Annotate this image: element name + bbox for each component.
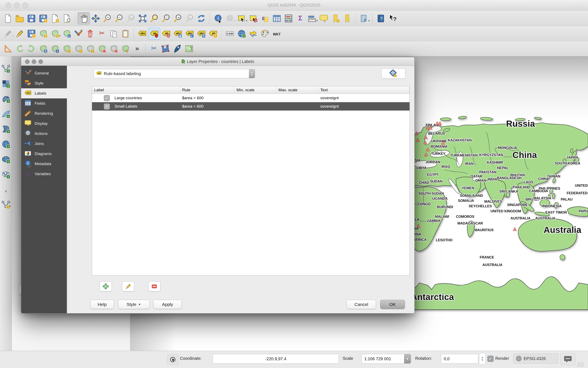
zoom-out-icon[interactable]: − bbox=[113, 13, 125, 24]
ok-button[interactable]: OK bbox=[380, 300, 405, 309]
csw-icon[interactable]: CSW bbox=[224, 28, 236, 39]
sidebar-item-labels[interactable]: abcLabels bbox=[21, 88, 67, 98]
remove-rule-button[interactable] bbox=[148, 281, 160, 291]
delete-ring-icon[interactable]: ✕ bbox=[96, 43, 108, 55]
highlight-pinned-labels-icon[interactable]: ab bbox=[160, 28, 172, 39]
save-project-icon[interactable] bbox=[26, 13, 37, 24]
rule-checkbox[interactable]: ✓ bbox=[104, 95, 110, 101]
sidebar-item-diagrams[interactable]: Diagrams bbox=[21, 149, 67, 159]
add-feature-icon[interactable]: ✳ bbox=[37, 28, 49, 39]
rule-row[interactable]: ✓Large countries$area > 600sovereignt bbox=[92, 94, 409, 102]
save-project-as-icon[interactable]: ✎ bbox=[37, 13, 49, 24]
column-header-label[interactable]: Label bbox=[92, 86, 180, 93]
change-label-icon[interactable]: ab✎ bbox=[207, 28, 219, 39]
open-project-icon[interactable] bbox=[14, 13, 26, 24]
scale-select[interactable]: 1:106 729 001 ▼ bbox=[362, 354, 411, 364]
new-composer-icon[interactable]: ✳ bbox=[49, 13, 61, 24]
vertex-tool-icon[interactable] bbox=[72, 28, 84, 39]
simplify-feature-icon[interactable]: S bbox=[37, 43, 49, 55]
sidebar-item-actions[interactable]: Actions bbox=[21, 129, 67, 139]
refresh-icon[interactable] bbox=[195, 13, 207, 24]
paste-features-icon[interactable] bbox=[119, 28, 131, 39]
resize-grip[interactable] bbox=[577, 362, 584, 367]
zoom-native-icon[interactable]: 1:1 bbox=[125, 13, 137, 24]
cad-tools-icon[interactable] bbox=[2, 43, 14, 55]
show-hide-labels-icon[interactable]: abc◉ bbox=[172, 28, 184, 39]
toggle-editing-icon[interactable] bbox=[14, 28, 26, 39]
rule-checkbox[interactable]: ✓ bbox=[104, 103, 110, 110]
add-postgis-layer-icon[interactable]: + bbox=[1, 93, 11, 104]
zoom-to-layer-icon[interactable] bbox=[160, 13, 172, 24]
sidebar-item-display[interactable]: Display bbox=[21, 119, 67, 129]
help-contents-icon[interactable]: ? bbox=[375, 13, 387, 24]
rotation-stepper[interactable]: ▲▼ bbox=[479, 353, 486, 364]
apply-button[interactable]: Apply bbox=[153, 300, 182, 309]
node-tool-icon[interactable]: ▸ bbox=[61, 28, 72, 39]
select-features-icon[interactable]: ▾ bbox=[236, 13, 247, 24]
crs-status-button[interactable]: EPSG:4326 bbox=[513, 354, 558, 364]
pin-labels-icon[interactable]: ab bbox=[148, 28, 160, 40]
run-feature-action-icon[interactable]: ▾ bbox=[224, 13, 236, 24]
render-checkbox[interactable]: ✓ bbox=[487, 356, 494, 362]
composer-manager-icon[interactable] bbox=[61, 13, 72, 24]
zoom-last-icon[interactable]: ◂ bbox=[172, 13, 184, 24]
sidebar-item-general[interactable]: General bbox=[21, 68, 67, 78]
zoom-to-selection-icon[interactable] bbox=[148, 13, 160, 24]
new-shapefile-layer-icon[interactable]: ✳▾ bbox=[1, 199, 11, 210]
move-feature-icon[interactable]: ✳▾ bbox=[49, 28, 61, 39]
edit-rule-button[interactable] bbox=[122, 281, 134, 291]
grass-plugin-icon[interactable] bbox=[183, 43, 195, 55]
layer-labeling-options-icon[interactable]: abc bbox=[136, 28, 148, 39]
rotate-label-icon[interactable]: abc↻ bbox=[195, 28, 207, 39]
add-vector-layer-icon[interactable]: + bbox=[1, 63, 11, 74]
plugin-rocket-icon[interactable] bbox=[172, 43, 183, 55]
pen-tool-icon[interactable] bbox=[195, 43, 207, 55]
sidebar-item-joins[interactable]: Joins bbox=[21, 139, 67, 149]
column-header-rule[interactable]: Rule bbox=[180, 86, 235, 93]
sidebar-item-variables[interactable]: εVariables bbox=[21, 169, 67, 179]
labeling-rules-table[interactable]: LabelRuleMin. scaleMax. scaleText ✓Large… bbox=[92, 86, 410, 276]
new-project-icon[interactable] bbox=[2, 13, 14, 24]
open-attribute-table-icon[interactable] bbox=[271, 13, 283, 24]
add-wfs-layer-icon[interactable]: + bbox=[1, 169, 11, 180]
labeling-mode-select[interactable]: abc Rule-based labeling ▲▼ bbox=[93, 69, 255, 78]
field-calculator-icon[interactable]: Σ bbox=[294, 13, 306, 24]
style-menu-button[interactable]: Style▼ bbox=[118, 300, 150, 309]
delete-selected-icon[interactable] bbox=[84, 28, 96, 39]
color-picker-icon[interactable] bbox=[259, 28, 271, 39]
add-wms-layer-icon[interactable]: + bbox=[1, 139, 11, 149]
add-raster-layer-icon[interactable]: + bbox=[1, 78, 11, 89]
show-bookmarks-icon[interactable] bbox=[341, 13, 353, 24]
column-header-min-scale[interactable]: Min. scale bbox=[235, 86, 276, 93]
add-ring-icon[interactable]: ✳ bbox=[61, 43, 72, 55]
toolbar-overflow-icon[interactable]: » bbox=[131, 43, 143, 55]
sidebar-item-rendering[interactable]: Rendering bbox=[21, 109, 67, 119]
statistical-summary-icon[interactable] bbox=[283, 13, 294, 24]
new-bookmark-icon[interactable]: ✳ bbox=[330, 13, 341, 24]
select-by-expression-icon[interactable]: ε bbox=[259, 13, 271, 24]
add-oracle-layer-icon[interactable]: ‚ bbox=[1, 184, 11, 195]
zoom-full-icon[interactable] bbox=[137, 13, 148, 24]
zoom-in-icon[interactable]: + bbox=[101, 13, 113, 24]
coordinate-input[interactable]: -220.9,97.4 bbox=[213, 354, 339, 364]
column-header-text[interactable]: Text bbox=[318, 86, 409, 93]
zoom-next-icon[interactable]: ▸ bbox=[184, 13, 195, 24]
rule-row[interactable]: ✓Small Labels$area < 600sovereignt bbox=[92, 102, 409, 110]
log-messages-button[interactable] bbox=[560, 353, 575, 365]
help-button[interactable]: Help bbox=[90, 300, 114, 309]
add-rule-button[interactable] bbox=[100, 281, 112, 291]
sidebar-item-fields[interactable]: Fields bbox=[21, 98, 67, 109]
delete-part-icon[interactable]: ✕ bbox=[108, 43, 119, 55]
add-wcs-layer-icon[interactable]: + bbox=[1, 154, 11, 165]
add-mssql-layer-icon[interactable]: + bbox=[1, 124, 11, 134]
deselect-features-icon[interactable] bbox=[247, 13, 259, 24]
add-part-icon[interactable]: ✳ bbox=[72, 43, 84, 55]
split-features-icon[interactable]: ✂ bbox=[148, 43, 160, 55]
column-header-max-scale[interactable]: Max. scale bbox=[276, 86, 318, 93]
pan-to-selection-icon[interactable] bbox=[90, 13, 101, 24]
undo-icon[interactable] bbox=[14, 43, 26, 55]
add-spatialite-layer-icon[interactable]: + bbox=[1, 109, 11, 119]
sidebar-item-style[interactable]: Style bbox=[21, 78, 67, 88]
fill-ring-icon[interactable]: ✳ bbox=[84, 43, 96, 55]
save-layer-edits-icon[interactable]: ✎ bbox=[26, 28, 37, 39]
